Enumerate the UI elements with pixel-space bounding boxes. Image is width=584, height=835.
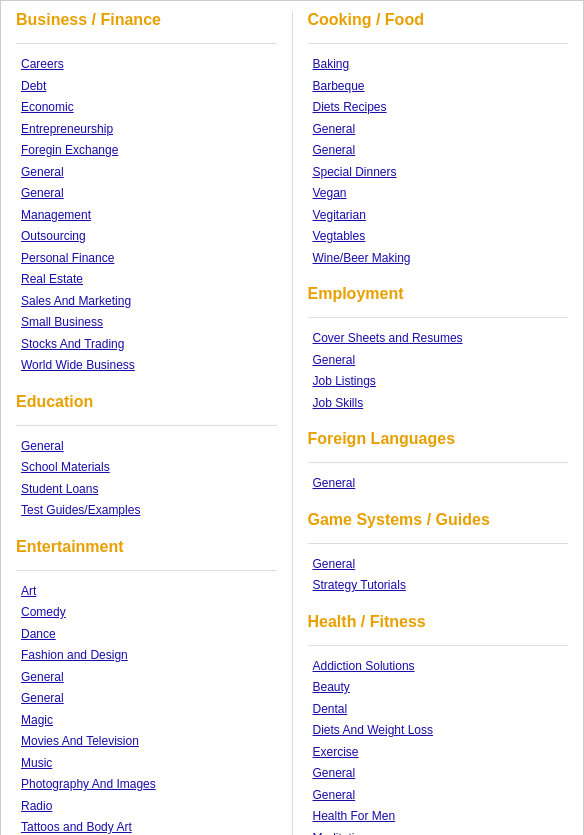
category-link[interactable]: Art <box>21 584 36 598</box>
category-link[interactable]: General <box>21 691 64 705</box>
category-link[interactable]: Exercise <box>313 745 359 759</box>
category-link[interactable]: Barbeque <box>313 79 365 93</box>
category-link[interactable]: General <box>21 439 64 453</box>
list-item: Diets Recipes <box>313 97 569 117</box>
list-item: General <box>21 688 277 708</box>
list-item: Diets And Weight Loss <box>313 720 569 740</box>
category-link[interactable]: Vegitarian <box>313 208 366 222</box>
category-link[interactable]: Entrepreneurship <box>21 122 113 136</box>
category-link[interactable]: Job Skills <box>313 396 364 410</box>
category-link[interactable]: Photography And Images <box>21 777 156 791</box>
category-link[interactable]: Special Dinners <box>313 165 397 179</box>
category-link[interactable]: Dental <box>313 702 348 716</box>
list-item: Real Estate <box>21 269 277 289</box>
category-link[interactable]: Careers <box>21 57 64 71</box>
category-link[interactable]: Job Listings <box>313 374 376 388</box>
category-link[interactable]: General <box>313 788 356 802</box>
category-link[interactable]: General <box>313 557 356 571</box>
list-item: Art <box>21 581 277 601</box>
category-link[interactable]: Cover Sheets and Resumes <box>313 331 463 345</box>
list-item: Wine/Beer Making <box>313 248 569 268</box>
category-link[interactable]: General <box>313 476 356 490</box>
divider <box>16 43 277 44</box>
list-item: Dental <box>313 699 569 719</box>
right-column: Cooking / FoodBakingBarbequeDiets Recipe… <box>293 11 584 835</box>
category-link[interactable]: General <box>313 143 356 157</box>
category-link[interactable]: Management <box>21 208 91 222</box>
list-item: General <box>313 473 569 493</box>
category-link[interactable]: General <box>21 670 64 684</box>
category-link[interactable]: Diets Recipes <box>313 100 387 114</box>
category-title: Employment <box>308 285 569 307</box>
list-item: Vegan <box>313 183 569 203</box>
list-item: Meditation <box>313 828 569 836</box>
list-item: School Materials <box>21 457 277 477</box>
list-item: Test Guides/Examples <box>21 500 277 520</box>
category-link[interactable]: Real Estate <box>21 272 83 286</box>
list-item: Stocks And Trading <box>21 334 277 354</box>
list-item: Tattoos and Body Art <box>21 817 277 835</box>
category-link[interactable]: Wine/Beer Making <box>313 251 411 265</box>
list-item: General <box>313 140 569 160</box>
list-item: General <box>21 436 277 456</box>
category-link[interactable]: Dance <box>21 627 56 641</box>
category-link[interactable]: Stocks And Trading <box>21 337 124 351</box>
list-item: General <box>313 785 569 805</box>
category-link[interactable]: Addiction Solutions <box>313 659 415 673</box>
category-link[interactable]: General <box>21 165 64 179</box>
category-link[interactable]: Music <box>21 756 52 770</box>
category-link[interactable]: Student Loans <box>21 482 98 496</box>
list-item: General <box>313 763 569 783</box>
list-item: Entrepreneurship <box>21 119 277 139</box>
category-link[interactable]: Baking <box>313 57 350 71</box>
list-item: Small Business <box>21 312 277 332</box>
list-item: Fashion and Design <box>21 645 277 665</box>
category-link[interactable]: Foregin Exchange <box>21 143 118 157</box>
category-title: Foreign Languages <box>308 430 569 452</box>
divider <box>308 645 569 646</box>
category-section: EmploymentCover Sheets and ResumesGenera… <box>308 285 569 412</box>
list-item: Economic <box>21 97 277 117</box>
category-link[interactable]: Sales And Marketing <box>21 294 131 308</box>
category-link[interactable]: Strategy Tutorials <box>313 578 406 592</box>
list-item: Student Loans <box>21 479 277 499</box>
list-item: Barbeque <box>313 76 569 96</box>
category-link[interactable]: General <box>313 766 356 780</box>
category-link[interactable]: School Materials <box>21 460 110 474</box>
category-link[interactable]: Health For Men <box>313 809 396 823</box>
list-item: Music <box>21 753 277 773</box>
category-link[interactable]: Radio <box>21 799 52 813</box>
category-link[interactable]: General <box>21 186 64 200</box>
category-link[interactable]: General <box>313 122 356 136</box>
category-link[interactable]: Tattoos and Body Art <box>21 820 132 834</box>
list-item: Vegtables <box>313 226 569 246</box>
category-link[interactable]: Outsourcing <box>21 229 86 243</box>
category-link[interactable]: Debt <box>21 79 46 93</box>
category-link[interactable]: Personal Finance <box>21 251 114 265</box>
category-link[interactable]: Vegtables <box>313 229 366 243</box>
category-link[interactable]: Comedy <box>21 605 66 619</box>
divider <box>16 570 277 571</box>
category-link[interactable]: Beauty <box>313 680 350 694</box>
category-section: Health / FitnessAddiction SolutionsBeaut… <box>308 613 569 836</box>
category-link[interactable]: Fashion and Design <box>21 648 128 662</box>
category-link[interactable]: Diets And Weight Loss <box>313 723 434 737</box>
category-link[interactable]: Magic <box>21 713 53 727</box>
category-section: Business / FinanceCareersDebtEconomicEnt… <box>16 11 277 375</box>
list-item: Debt <box>21 76 277 96</box>
list-item: Sales And Marketing <box>21 291 277 311</box>
category-link[interactable]: World Wide Business <box>21 358 135 372</box>
category-link[interactable]: Meditation <box>313 831 368 836</box>
category-link[interactable]: Economic <box>21 100 74 114</box>
category-link[interactable]: Small Business <box>21 315 103 329</box>
category-link[interactable]: Test Guides/Examples <box>21 503 140 517</box>
category-title: Game Systems / Guides <box>308 511 569 533</box>
category-links: ArtComedyDanceFashion and DesignGeneralG… <box>16 581 277 836</box>
list-item: Special Dinners <box>313 162 569 182</box>
category-link[interactable]: General <box>313 353 356 367</box>
category-links: General <box>308 473 569 493</box>
category-link[interactable]: Vegan <box>313 186 347 200</box>
list-item: Personal Finance <box>21 248 277 268</box>
category-link[interactable]: Movies And Television <box>21 734 139 748</box>
category-title: Business / Finance <box>16 11 277 33</box>
